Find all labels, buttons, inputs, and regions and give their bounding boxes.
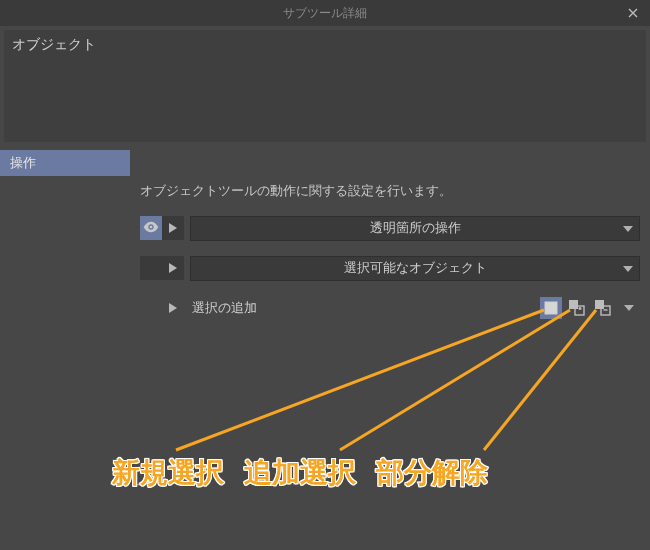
subtool-name: オブジェクト <box>12 36 96 52</box>
title-bar: サブツール詳細 <box>0 0 650 26</box>
annotation-subtract-selection: 部分解除 <box>376 454 488 492</box>
visibility-toggle[interactable] <box>140 296 162 320</box>
annotation-add-selection: 追加選択 <box>244 454 356 492</box>
triangle-right-icon <box>169 301 177 316</box>
expand-toggle[interactable] <box>162 216 184 240</box>
window-title: サブツール詳細 <box>283 5 367 22</box>
triangle-right-icon <box>169 221 177 236</box>
subtool-name-area[interactable]: オブジェクト <box>4 30 646 142</box>
annotation-labels: 新規選択 追加選択 部分解除 <box>112 454 488 492</box>
dropdown-label: 選択可能なオブジェクト <box>344 260 487 277</box>
tab-label: 操作 <box>10 154 36 172</box>
selection-mode-group <box>540 297 640 319</box>
triangle-right-icon <box>169 261 177 276</box>
svg-line-7 <box>340 310 570 450</box>
mode-add-selection[interactable] <box>566 297 588 319</box>
eye-icon <box>143 221 159 236</box>
tab-operation[interactable]: 操作 <box>0 150 130 176</box>
option-row-selectable-objects: 選択可能なオブジェクト <box>0 254 650 282</box>
svg-rect-1 <box>545 302 557 314</box>
svg-rect-4 <box>595 300 604 309</box>
svg-line-6 <box>176 310 544 450</box>
chevron-down-icon <box>623 221 633 235</box>
mode-new-selection[interactable] <box>540 297 562 319</box>
dropdown-label: 透明箇所の操作 <box>370 220 461 237</box>
dropdown-selectable-objects[interactable]: 選択可能なオブジェクト <box>190 256 640 281</box>
svg-line-8 <box>484 310 596 450</box>
annotation-new-selection: 新規選択 <box>112 454 224 492</box>
option-row-transparent-operation: 透明箇所の操作 <box>0 214 650 242</box>
svg-point-0 <box>150 225 153 228</box>
dropdown-transparent-operation[interactable]: 透明箇所の操作 <box>190 216 640 241</box>
mode-subtract-selection[interactable] <box>592 297 614 319</box>
category-description: オブジェクトツールの動作に関する設定を行います。 <box>0 176 650 214</box>
option-row-selection-add: 選択の追加 <box>0 294 650 322</box>
category-tabs: 操作 <box>0 150 650 176</box>
visibility-toggle[interactable] <box>140 256 162 280</box>
mode-dropdown[interactable] <box>618 297 640 319</box>
expand-toggle[interactable] <box>162 296 184 320</box>
svg-rect-2 <box>569 300 578 309</box>
expand-toggle[interactable] <box>162 256 184 280</box>
option-label-selection-add: 選択の追加 <box>190 299 534 317</box>
close-button[interactable] <box>616 0 650 26</box>
visibility-toggle[interactable] <box>140 216 162 240</box>
chevron-down-icon <box>623 261 633 275</box>
